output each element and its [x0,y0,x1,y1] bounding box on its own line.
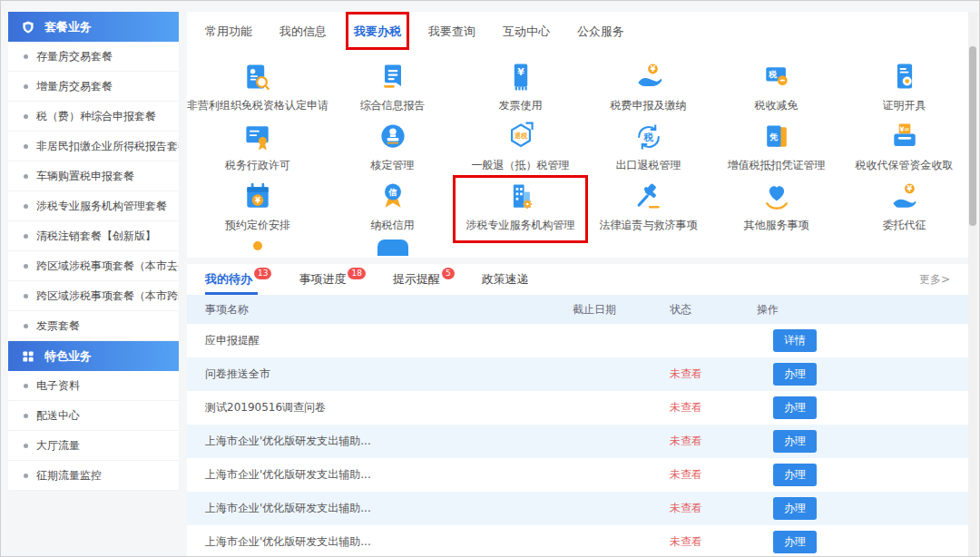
bullet-icon [24,444,28,448]
handle-button[interactable]: 办理 [773,497,817,520]
scrollbar[interactable] [968,12,977,556]
voucher-icon: 凭 [760,121,793,153]
sidebar-item-incremental-house[interactable]: 增量房交易套餐 [8,72,179,102]
grid-item-invoice-use[interactable]: ¥发票使用 [456,59,584,119]
handle-button[interactable]: 办理 [773,430,817,453]
svg-text:信: 信 [387,188,397,197]
scrollbar-thumb[interactable] [969,46,976,226]
sidebar-item-label: 涉税专业服务机构管理套餐 [36,199,167,214]
sidebar-item-electronic-data[interactable]: 电子资料 [8,371,179,401]
grid-item-entrusted-collection[interactable]: ¥委托代征 [840,179,968,239]
bullet-icon [24,264,28,269]
column-header-deadline: 截止日期 [573,302,670,318]
grid-item-label: 税收减免 [755,98,799,113]
sidebar-item-hall-traffic[interactable]: 大厅流量 [8,431,179,461]
task-status: 未查看 [670,534,757,550]
handle-button[interactable]: 办理 [773,363,817,386]
sidebar-section-special-services[interactable]: 特色业务 [8,341,179,371]
grid-item-advance-pricing[interactable]: ¥预约定价安排 [187,179,328,239]
stamp-icon [377,121,409,153]
grid-item-label: 非营利组织免税资格认定申请 [187,98,328,113]
grid-item-label: 法律追责与救济事项 [600,218,698,233]
hand-coin-icon: ¥ [632,61,665,93]
tab-policy-express[interactable]: 政策速递 [482,264,529,295]
tab-public-service[interactable]: 公众服务 [577,24,624,40]
tab-my-query[interactable]: 我要查询 [428,24,475,40]
grid-item-admin-license[interactable]: 税务行政许可 [187,119,328,179]
sidebar-item-tax-clearance[interactable]: 清税注销套餐【创新版】 [8,221,179,251]
sidebar-item-cross-region-local[interactable]: 跨区域涉税事项套餐（本市跨区） [8,281,179,311]
badge: 13 [254,268,271,279]
sidebar-item-invoice-package[interactable]: 发票套餐 [8,311,179,341]
column-header-name: 事项名称 [187,302,573,318]
handle-button[interactable]: 办理 [773,396,817,419]
grid-item-label: 出口退税管理 [616,158,681,173]
sidebar-item-label: 发票套餐 [36,318,80,334]
grid-item-assessment-mgmt[interactable]: 核定管理 [328,119,456,179]
grid-item-label: 一般退（抵）税管理 [472,158,570,173]
top-tab-bar: 常用功能 我的信息 我要办税 我要查询 互动中心 公众服务 [187,12,968,52]
grid-item-partial [328,239,456,258]
invoice-ticket-icon: ¥ [505,61,537,93]
bullet-icon [24,84,28,89]
handle-button[interactable]: 办理 [773,531,817,553]
bullet-icon [24,204,28,209]
table-row: 上海市企业'优化版研发支出辅助... 未查看 办理 [187,492,968,525]
grid-item-export-refund[interactable]: 税出口退税管理 [584,119,712,179]
grid-item-label: 委托代征 [883,218,926,233]
sidebar-item-delivery-center[interactable]: 配送中心 [8,401,179,431]
grid-item-fund-collection[interactable]: ¥=税收代保管资金收取 [840,119,968,179]
sidebar-section-package-services[interactable]: 套餐业务 [8,12,179,42]
tab-frequently-used[interactable]: 常用功能 [205,24,252,40]
more-link[interactable]: 更多> [919,272,950,288]
detail-button[interactable]: 详情 [773,329,817,352]
bullet-icon [24,474,28,478]
table-row: 上海市企业'优化版研发支出辅助... 未查看 办理 [187,425,968,458]
table-row: 应申报提醒 详情 [187,324,968,357]
grid-item-general-refund[interactable]: 退税一般退（抵）税管理 [456,119,584,179]
bullet-icon [24,54,28,59]
sidebar-item-period-traffic-monitor[interactable]: 征期流量监控 [8,461,179,491]
column-header-status: 状态 [670,302,757,318]
tab-tips-reminders[interactable]: 提示提醒5 [393,264,455,295]
tax-reduction-card-icon: 税 [760,61,793,93]
sidebar-section-title: 特色业务 [44,348,92,365]
sidebar-item-tax-service-agency[interactable]: 涉税专业服务机构管理套餐 [8,191,179,221]
task-status: 未查看 [670,434,757,449]
column-header-action: 操作 [757,302,968,318]
grid-item-tax-declare-pay[interactable]: ¥税费申报及缴纳 [584,59,712,119]
grid-item-tax-reduction[interactable]: 税税收减免 [712,59,840,119]
calendar-coin-icon: ¥ [241,181,274,213]
grid-item-label: 纳税信用 [371,218,415,233]
shield-icon [21,20,35,34]
grid-item-label: 税收代保管资金收取 [856,158,954,173]
grid-item-certificate-issue[interactable]: 证明开具 [840,59,968,119]
sidebar-item-nonresident-withholding[interactable]: 非居民扣缴企业所得税报告套餐 [8,132,179,161]
svg-text:¥: ¥ [517,66,524,78]
grid-item-vat-voucher[interactable]: 凭增值税抵扣凭证管理 [712,119,840,179]
grid-item-nonprofit-exemption[interactable]: 非营利组织免税资格认定申请 [187,59,328,119]
sidebar-item-cross-region-outbound[interactable]: 跨区域涉税事项套餐（本市去外... [8,251,179,281]
tab-my-todo[interactable]: 我的待办13 [205,264,271,295]
grid-item-label: 税费申报及缴纳 [611,98,687,113]
grid-item-info-report[interactable]: 综合信息报告 [328,59,456,119]
table-header: 事项名称 截止日期 状态 操作 [187,295,968,324]
tab-my-info[interactable]: 我的信息 [279,24,327,40]
sidebar-item-comprehensive-declaration[interactable]: 税（费）种综合申报套餐 [8,102,179,132]
tab-label: 我要办税 [354,24,401,38]
tab-item-progress[interactable]: 事项进度18 [299,264,365,295]
grid-item-other-services[interactable]: 其他服务事项 [712,179,840,239]
sidebar-item-label: 车辆购置税申报套餐 [36,169,134,184]
task-name: 测试20190516调查问卷 [187,400,573,415]
grid-item-legal-remedy[interactable]: 法律追责与救济事项 [584,179,712,239]
sidebar-item-label: 非居民扣缴企业所得税报告套餐 [36,139,179,154]
tab-tax-handling[interactable]: 我要办税 [354,24,401,40]
sidebar-item-stock-house[interactable]: 存量房交易套餐 [8,42,179,72]
building-gear-icon [505,181,537,213]
grid-item-tax-credit[interactable]: 信纳税信用 [328,179,456,239]
grid-item-tax-agency-mgmt[interactable]: 涉税专业服务机构管理 [456,179,584,239]
bullet-icon [24,114,28,119]
handle-button[interactable]: 办理 [773,464,817,486]
sidebar-item-vehicle-purchase-tax[interactable]: 车辆购置税申报套餐 [8,161,179,191]
tab-interaction-center[interactable]: 互动中心 [503,24,550,40]
